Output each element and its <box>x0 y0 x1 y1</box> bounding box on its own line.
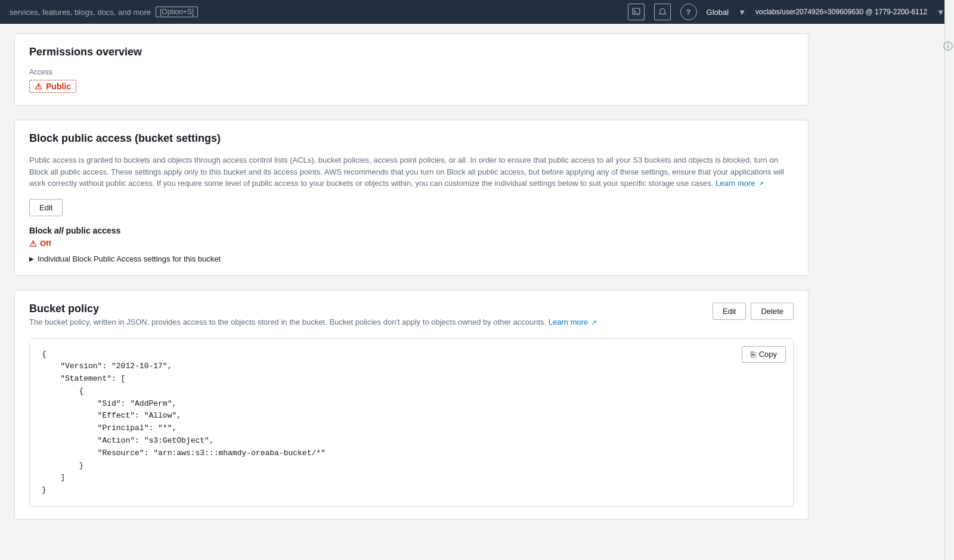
bell-icon[interactable] <box>654 4 671 20</box>
terminal-icon[interactable] <box>628 4 645 20</box>
copy-button-container: ⎘ Copy <box>742 346 786 363</box>
block-all-title: Block all public access <box>29 226 794 235</box>
bucket-policy-description: The bucket policy, written in JSON, prov… <box>29 318 597 326</box>
bucket-policy-delete-button[interactable]: Delete <box>751 303 794 320</box>
bucket-policy-external-link-icon: ↗ <box>591 319 597 326</box>
top-nav: services, features, blogs, docs, and mor… <box>0 0 954 24</box>
permissions-overview-card: Permissions overview Access ⚠ Public <box>14 33 809 105</box>
external-link-icon: ↗ <box>758 180 764 187</box>
bucket-policy-card: Bucket policy The bucket policy, written… <box>14 290 809 520</box>
json-code-block: ⎘ Copy { "Version": "2012-10-17", "State… <box>29 338 794 508</box>
copy-icon: ⎘ <box>751 350 755 359</box>
copy-button[interactable]: ⎘ Copy <box>742 346 786 363</box>
region-selector[interactable]: Global <box>707 8 729 17</box>
warning-triangle-icon: ⚠ <box>35 82 42 91</box>
main-content: Permissions overview Access ⚠ Public Blo… <box>0 24 823 543</box>
info-icon[interactable]: ⓘ <box>943 41 953 53</box>
access-label: Access <box>29 68 794 76</box>
block-public-access-title: Block public access (bucket settings) <box>29 132 794 145</box>
individual-settings-toggle[interactable]: ▶ Individual Block Public Access setting… <box>29 254 794 263</box>
expand-triangle-icon: ▶ <box>29 256 34 262</box>
block-all-section: Block all public access ⚠ Off ▶ Individu… <box>29 226 794 263</box>
bucket-policy-learn-more-link[interactable]: Learn more ↗ <box>549 318 597 326</box>
search-shortcut: [Option+S] <box>156 7 198 17</box>
bucket-policy-header-left: Bucket policy The bucket policy, written… <box>29 303 597 326</box>
block-public-access-card: Block public access (bucket settings) Pu… <box>14 120 809 276</box>
block-description: Public access is granted to buckets and … <box>29 154 794 189</box>
public-badge-text: Public <box>46 82 71 91</box>
bucket-policy-header: Bucket policy The bucket policy, written… <box>29 303 794 326</box>
bucket-policy-actions: Edit Delete <box>713 303 794 320</box>
block-learn-more-link[interactable]: Learn more ↗ <box>715 179 764 188</box>
off-warning-icon: ⚠ <box>29 239 37 248</box>
individual-settings-label: Individual Block Public Access settings … <box>38 254 221 263</box>
help-icon[interactable]: ? <box>680 4 697 20</box>
json-content: { "Version": "2012-10-17", "Statement": … <box>42 349 781 497</box>
search-area: services, features, blogs, docs, and mor… <box>10 7 198 17</box>
scrollbar[interactable] <box>944 0 954 543</box>
bucket-policy-title: Bucket policy <box>29 303 597 315</box>
block-edit-button[interactable]: Edit <box>29 199 63 216</box>
off-status-badge: ⚠ Off <box>29 239 51 248</box>
user-account[interactable]: voclabs/user2074926=309609630 @ 1779-220… <box>755 8 927 16</box>
bucket-policy-edit-button[interactable]: Edit <box>713 303 746 320</box>
copy-button-label: Copy <box>759 350 777 359</box>
public-access-badge[interactable]: ⚠ Public <box>29 80 76 93</box>
permissions-overview-title: Permissions overview <box>29 46 794 58</box>
search-text: services, features, blogs, docs, and mor… <box>10 8 151 17</box>
top-nav-right: ? Global ▼ voclabs/user2074926=309609630… <box>628 4 944 20</box>
